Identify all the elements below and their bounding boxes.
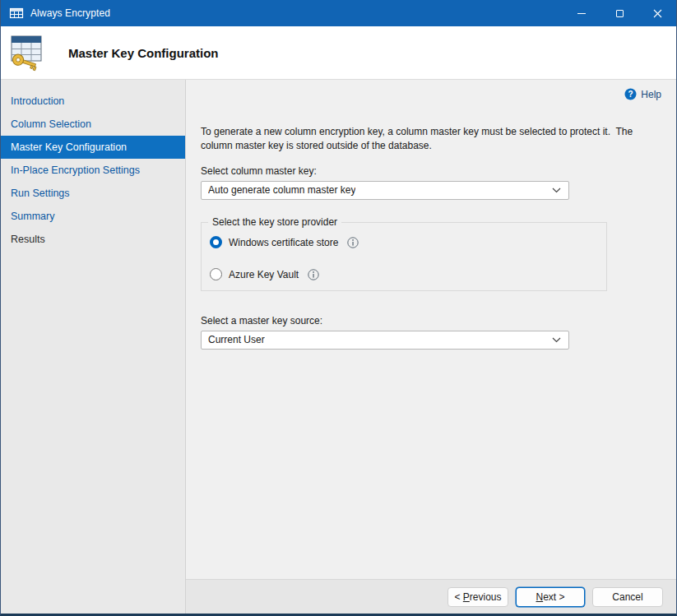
column-master-key-combobox[interactable]: Auto generate column master key bbox=[201, 181, 569, 200]
minimize-button[interactable] bbox=[563, 0, 600, 26]
radio-azure-key-vault[interactable] bbox=[210, 268, 222, 280]
chevron-down-icon bbox=[552, 188, 561, 193]
titlebar: Always Encrypted bbox=[1, 0, 676, 26]
master-key-source-combobox[interactable]: Current User bbox=[201, 331, 569, 350]
info-icon[interactable] bbox=[308, 269, 319, 280]
sidebar-item-introduction[interactable]: Introduction bbox=[1, 90, 185, 113]
wizard-steps-sidebar: Introduction Column Selection Master Key… bbox=[1, 80, 186, 614]
help-icon: ? bbox=[624, 88, 637, 100]
page-title: Master Key Configuration bbox=[68, 46, 219, 60]
sidebar-item-column-selection[interactable]: Column Selection bbox=[1, 113, 185, 136]
close-button[interactable] bbox=[638, 0, 676, 26]
sidebar-item-results: Results bbox=[1, 228, 185, 251]
svg-text:?: ? bbox=[628, 90, 633, 99]
wizard-header: Master Key Configuration bbox=[1, 26, 676, 80]
master-key-source-value: Current User bbox=[208, 334, 265, 345]
sidebar-item-summary[interactable]: Summary bbox=[1, 205, 185, 228]
app-icon bbox=[9, 7, 24, 20]
page-description: To generate a new column encryption key,… bbox=[201, 125, 640, 153]
window-title: Always Encrypted bbox=[30, 7, 110, 19]
content-column: ? Help To generate a new column encrypti… bbox=[186, 80, 676, 614]
always-encrypted-window: Always Encrypted bbox=[0, 0, 677, 616]
next-button[interactable]: Next > bbox=[516, 587, 585, 607]
help-label: Help bbox=[641, 89, 661, 100]
help-link[interactable]: ? Help bbox=[624, 88, 661, 100]
main-panel: ? Help To generate a new column encrypti… bbox=[186, 80, 676, 579]
info-icon[interactable] bbox=[347, 237, 359, 248]
close-icon bbox=[653, 9, 662, 18]
previous-button[interactable]: < Previous bbox=[447, 587, 508, 607]
cancel-button[interactable]: Cancel bbox=[592, 587, 663, 607]
master-key-icon bbox=[7, 33, 50, 72]
help-row: ? Help bbox=[186, 80, 676, 100]
wizard-footer: < Previous Next > Cancel bbox=[186, 579, 676, 614]
sidebar-item-master-key-configuration[interactable]: Master Key Configuration bbox=[1, 136, 185, 159]
wizard-body: Introduction Column Selection Master Key… bbox=[1, 80, 676, 614]
window-controls bbox=[563, 0, 676, 26]
key-store-provider-label: Select the key store provider bbox=[208, 216, 341, 228]
column-master-key-label: Select column master key: bbox=[201, 165, 676, 177]
sidebar-item-in-place-encryption-settings[interactable]: In-Place Encryption Settings bbox=[1, 159, 185, 182]
master-key-source-label: Select a master key source: bbox=[201, 315, 676, 327]
sidebar-item-run-settings[interactable]: Run Settings bbox=[1, 182, 185, 205]
azure-key-vault-option[interactable]: Azure Key Vault bbox=[210, 267, 596, 282]
radio-windows-certificate-store[interactable] bbox=[210, 236, 222, 248]
azure-key-vault-label: Azure Key Vault bbox=[229, 269, 299, 280]
minimize-icon bbox=[577, 13, 586, 14]
maximize-icon bbox=[616, 10, 624, 17]
maximize-button[interactable] bbox=[600, 0, 638, 26]
windows-certificate-store-option[interactable]: Windows certificate store bbox=[210, 235, 596, 250]
column-master-key-value: Auto generate column master key bbox=[208, 184, 355, 196]
windows-certificate-store-label: Windows certificate store bbox=[229, 237, 338, 248]
key-store-provider-group: Select the key store provider Windows ce… bbox=[201, 222, 607, 291]
chevron-down-icon bbox=[552, 337, 561, 343]
